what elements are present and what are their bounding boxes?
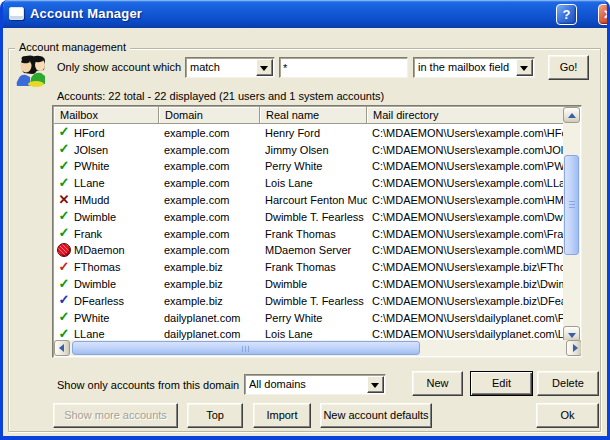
window-title: Account Manager (30, 6, 142, 21)
domain-cell: example.com (159, 159, 260, 172)
account-row[interactable]: ✓Dwimbleexample.comDwimble T. FearlessC:… (54, 208, 565, 225)
account-row[interactable]: ✕HMuddexample.comHarcourt Fenton MuddC:\… (54, 191, 565, 208)
realname-cell: Dwimble T. Fearless (260, 294, 367, 307)
account-row[interactable]: ✓HFordexample.comHenry FordC:\MDAEMON\Us… (54, 124, 565, 141)
mailbox-cell: DFearless (74, 294, 159, 307)
account-row[interactable]: ✓LLaneexample.comLois LaneC:\MDAEMON\Use… (54, 174, 565, 191)
pattern-input-wrap (279, 57, 408, 78)
account-row[interactable]: ✓Dwimbleexample.bizDwimbleC:\MDAEMON\Use… (54, 275, 565, 292)
maildir-cell: C:\MDAEMON\Users\example.com\JOlsen (367, 143, 565, 156)
realname-cell: Frank Thomas (260, 227, 367, 240)
maildir-cell: C:\MDAEMON\Users\example.com\Frank (367, 227, 565, 240)
column-header-realname[interactable]: Real name (260, 107, 367, 124)
account-row[interactable]: ✓Frankexample.comFrank ThomasC:\MDAEMON\… (54, 225, 565, 242)
horizontal-scroll-thumb[interactable] (72, 341, 420, 355)
go-button[interactable]: Go! (548, 55, 589, 80)
domain-cell: example.com (159, 227, 260, 240)
mailbox-cell: FThomas (74, 260, 159, 273)
maildir-cell: C:\MDAEMON\Users\example.biz\FThomas (367, 260, 565, 273)
new-button[interactable]: New (412, 371, 463, 396)
maildir-cell: C:\MDAEMON\Users\example.com\HFord (367, 126, 565, 139)
ok-button[interactable]: Ok (536, 403, 599, 428)
maildir-cell: C:\MDAEMON\Users\example.com\MDaemon (367, 243, 565, 256)
match-dropdown-arrow-icon[interactable] (256, 59, 273, 76)
domain-cell: example.biz (159, 277, 260, 290)
realname-cell: Perry White (260, 159, 367, 172)
realname-cell: Perry White (260, 311, 367, 324)
maildir-cell: C:\MDAEMON\Users\example.com\PWhite (367, 159, 565, 172)
realname-cell: Lois Lane (260, 176, 367, 189)
vertical-scroll-thumb[interactable] (564, 155, 579, 255)
realname-cell: Harcourt Fenton Mudd (260, 193, 367, 206)
field-dropdown[interactable]: in the mailbox field (413, 57, 535, 78)
green-check-icon: ✓ (54, 277, 74, 291)
column-header-mailbox[interactable]: Mailbox (54, 107, 159, 124)
vertical-scrollbar[interactable] (563, 107, 580, 342)
mailbox-cell: HFord (74, 126, 159, 139)
maildir-cell: C:\MDAEMON\Users\example.com\Dwimble (367, 210, 565, 223)
account-row[interactable]: ✓PWhiteexample.comPerry WhiteC:\MDAEMON\… (54, 158, 565, 175)
edit-button[interactable]: Edit (470, 371, 533, 396)
maildir-cell: C:\MDAEMON\Users\example.biz\DFearless (367, 294, 565, 307)
show-more-accounts-button: Show more accounts (53, 403, 178, 428)
mailbox-cell: MDaemon (74, 243, 159, 256)
accounts-summary: Accounts: 22 total - 22 displayed (21 us… (57, 90, 384, 102)
pattern-input[interactable] (283, 60, 404, 75)
maildir-cell: C:\MDAEMON\Users\dailyplanet.com\PWhite (367, 311, 565, 324)
domain-cell: example.com (159, 193, 260, 206)
green-check-icon: ✓ (54, 310, 74, 324)
match-dropdown[interactable]: match (185, 57, 275, 78)
scroll-right-icon[interactable] (566, 340, 582, 356)
mailbox-cell: Dwimble (74, 277, 159, 290)
field-dropdown-arrow-icon[interactable] (516, 59, 533, 76)
domain-cell: dailyplanet.com (159, 311, 260, 324)
blue-check-icon: ✓ (54, 293, 74, 307)
mailbox-cell: PWhite (74, 159, 159, 172)
account-list[interactable]: Mailbox Domain Real name Mail directory … (52, 105, 582, 358)
domain-cell: example.com (159, 143, 260, 156)
maildir-cell: C:\MDAEMON\Users\example.com\HMudd (367, 193, 565, 206)
maildir-cell: C:\MDAEMON\Users\dailyplanet.com\LLane (367, 327, 565, 340)
domain-dropdown-value: All domains (249, 378, 306, 390)
top-button[interactable]: Top (187, 403, 243, 428)
import-button[interactable]: Import (253, 403, 311, 428)
green-check-icon: ✓ (54, 125, 74, 139)
domain-dropdown[interactable]: All domains (244, 374, 386, 395)
green-check-icon: ✓ (54, 209, 74, 223)
red-check-icon: ✓ (54, 260, 74, 274)
account-row[interactable]: ✓JOlsenexample.comJimmy OlsenC:\MDAEMON\… (54, 141, 565, 158)
window-icon (9, 7, 24, 20)
maildir-cell: C:\MDAEMON\Users\example.biz\Dwimble (367, 277, 565, 290)
new-account-defaults-button[interactable]: New account defaults (320, 403, 432, 428)
account-row[interactable]: ✓FThomasexample.bizFrank ThomasC:\MDAEMO… (54, 258, 565, 275)
account-row[interactable]: ✓DFearlessexample.bizDwimble T. Fearless… (54, 292, 565, 309)
scroll-up-icon[interactable] (563, 107, 580, 123)
account-list-rows: ✓HFordexample.comHenry FordC:\MDAEMON\Us… (54, 124, 565, 342)
scroll-left-icon[interactable] (54, 340, 70, 356)
field-dropdown-value: in the mailbox field (418, 61, 509, 73)
account-row[interactable]: MDaemonexample.comMDaemon ServerC:\MDAEM… (54, 242, 565, 259)
mailbox-cell: Dwimble (74, 210, 159, 223)
domain-cell: dailyplanet.com (159, 327, 260, 340)
groupbox-label: Account management (15, 41, 130, 53)
mailbox-cell: LLane (74, 176, 159, 189)
column-header-maildir[interactable]: Mail directory (367, 107, 565, 124)
delete-button[interactable]: Delete (537, 371, 599, 396)
realname-cell: Dwimble (260, 277, 367, 290)
close-button[interactable]: ✕ (598, 4, 610, 25)
red-circle-icon (54, 243, 74, 258)
domain-cell: example.com (159, 210, 260, 223)
green-check-icon: ✓ (54, 159, 74, 173)
realname-cell: Dwimble T. Fearless (260, 210, 367, 223)
users-icon (14, 54, 52, 88)
domain-cell: example.com (159, 126, 260, 139)
match-dropdown-value: match (190, 61, 220, 73)
domain-dropdown-arrow-icon[interactable] (367, 376, 384, 393)
column-header-domain[interactable]: Domain (159, 107, 260, 124)
domain-cell: example.biz (159, 294, 260, 307)
dark-red-x-icon: ✕ (54, 193, 74, 207)
horizontal-scrollbar[interactable] (54, 340, 582, 356)
account-row[interactable]: ✓PWhitedailyplanet.comPerry WhiteC:\MDAE… (54, 309, 565, 326)
title-bar[interactable]: Account Manager ? ✕ (0, 0, 610, 28)
help-button[interactable]: ? (556, 4, 577, 25)
